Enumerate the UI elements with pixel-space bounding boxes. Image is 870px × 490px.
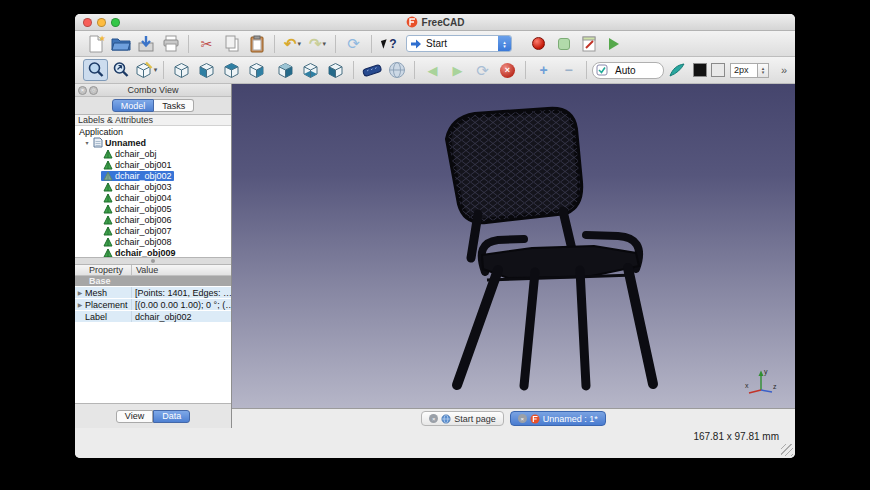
refresh-button[interactable]: ⟳ (341, 33, 366, 55)
view-top-button[interactable] (219, 59, 244, 81)
titlebar[interactable]: FreeCAD (75, 14, 795, 31)
view-isometric-button[interactable] (169, 59, 194, 81)
expander-icon[interactable]: ▶ (75, 299, 85, 310)
view-right-button[interactable] (244, 59, 269, 81)
view-rear-button[interactable] (273, 59, 298, 81)
tab-close-icon[interactable]: × (429, 414, 438, 423)
toolbar-overflow-button[interactable]: » (781, 65, 787, 76)
fit-all-button[interactable] (83, 59, 108, 81)
workbench-icon (410, 38, 422, 50)
tab-tasks[interactable]: Tasks (154, 99, 194, 112)
tree-item[interactable]: dchair_obj005 (75, 203, 231, 214)
macro-record-button[interactable] (526, 33, 551, 55)
macro-edit-button[interactable] (576, 33, 601, 55)
mesh-icon (103, 182, 113, 192)
mesh-icon (103, 160, 113, 170)
open-website-button[interactable] (384, 59, 409, 81)
line-width-spinbox[interactable]: 2px ▴ ▾ (730, 63, 769, 78)
freehand-pen-button[interactable] (664, 59, 689, 81)
resize-grip[interactable] (781, 444, 793, 456)
nav-forward-button[interactable]: ▶ (445, 59, 470, 81)
view-front-button[interactable] (194, 59, 219, 81)
tab-view[interactable]: View (116, 410, 153, 423)
tree-item[interactable]: dchair_obj004 (75, 192, 231, 203)
tree-item[interactable]: dchair_obj008 (75, 236, 231, 247)
measure-distance-button[interactable] (359, 59, 384, 81)
cut-button[interactable]: ✂ (194, 33, 219, 55)
start-page-globe-icon (441, 414, 451, 424)
tab-close-icon[interactable]: × (518, 414, 527, 423)
disclosure-triangle-icon[interactable]: ▾ (83, 139, 91, 146)
redo-dropdown-icon[interactable]: ▾ (323, 40, 327, 48)
line-color-swatch[interactable] (693, 63, 707, 77)
mdi-tab-unnamed[interactable]: × Unnamed : 1* (510, 411, 606, 426)
sync-icon: ⟳ (476, 63, 489, 78)
workbench-stepper[interactable]: ▴ ▾ (498, 36, 511, 51)
spinner-down-icon: ▾ (503, 44, 506, 48)
zoom-out-button[interactable]: − (556, 59, 581, 81)
property-row-label[interactable]: Label dchair_obj002 (75, 311, 231, 323)
column-value: Value (132, 265, 231, 275)
property-row-mesh[interactable]: ▶ Mesh [Points: 1401, Edges: … (75, 287, 231, 299)
undo-button[interactable]: ↶ ▾ (280, 33, 305, 55)
open-file-button[interactable] (108, 33, 133, 55)
tree-item[interactable]: dchair_obj (75, 148, 231, 159)
line-width-stepper[interactable]: ▴ ▾ (758, 63, 769, 78)
tree-item[interactable]: dchair_obj001 (75, 159, 231, 170)
fit-all-icon (87, 61, 105, 79)
expander-icon[interactable]: ▶ (75, 287, 85, 298)
whats-this-button[interactable]: ? (377, 33, 402, 55)
separator (163, 61, 164, 79)
tree-item[interactable]: dchair_obj009 (75, 247, 231, 258)
mesh-icon (103, 237, 113, 247)
forward-icon: ▶ (453, 64, 463, 77)
view-bottom-button[interactable] (298, 59, 323, 81)
zoom-window-button[interactable] (111, 18, 120, 27)
print-icon (162, 35, 180, 52)
zoom-in-button[interactable]: + (531, 59, 556, 81)
copy-button[interactable] (219, 33, 244, 55)
save-button[interactable] (133, 33, 158, 55)
fill-color-swatch[interactable] (711, 63, 725, 77)
model-tree: Labels & Attributes Application ▾ Unname… (75, 114, 231, 258)
close-window-button[interactable] (83, 18, 92, 27)
stop-loading-button[interactable]: × (495, 59, 520, 81)
tree-root-application[interactable]: Application (75, 126, 231, 137)
panel-close-button[interactable]: × (78, 86, 87, 95)
redo-button[interactable]: ↷ ▾ (305, 33, 330, 55)
back-icon: ◀ (428, 64, 438, 77)
nav-back-button[interactable]: ◀ (420, 59, 445, 81)
print-button[interactable] (158, 33, 183, 55)
view-toolbar: ▾ (75, 57, 795, 84)
tab-model[interactable]: Model (112, 99, 155, 112)
new-file-button[interactable]: ★ (83, 33, 108, 55)
page-refresh-button[interactable]: ⟳ (470, 59, 495, 81)
view-rear-icon (276, 61, 295, 80)
fit-selection-button[interactable] (108, 59, 133, 81)
chair-mesh-model (232, 84, 794, 408)
draw-style-button[interactable]: ▾ (133, 59, 158, 81)
tab-data[interactable]: Data (153, 410, 190, 423)
render-mode-selector[interactable]: Auto (592, 62, 664, 79)
window-title-text: FreeCAD (422, 17, 465, 28)
mdi-tab-start-page[interactable]: × Start page (421, 411, 504, 426)
tree-item-selected[interactable]: dchair_obj002 (75, 170, 231, 181)
tree-item[interactable]: dchair_obj003 (75, 181, 231, 192)
property-row-placement[interactable]: ▶ Placement [(0.00 0.00 1.00); 0 °; (… (75, 299, 231, 311)
3d-viewport[interactable]: y x z (232, 84, 795, 408)
undo-dropdown-icon[interactable]: ▾ (298, 40, 302, 48)
tree-item[interactable]: dchair_obj007 (75, 225, 231, 236)
minimize-window-button[interactable] (97, 18, 106, 27)
draw-style-dropdown-icon[interactable]: ▾ (154, 66, 158, 74)
property-value: dchair_obj002 (132, 311, 231, 322)
macro-stop-button[interactable] (551, 33, 576, 55)
property-name: Mesh (85, 287, 132, 298)
tree-document-unnamed[interactable]: ▾ Unnamed (75, 137, 231, 148)
view-left-button[interactable] (323, 59, 348, 81)
tree-item[interactable]: dchair_obj006 (75, 214, 231, 225)
panel-float-button[interactable]: ○ (89, 86, 98, 95)
paste-button[interactable] (244, 33, 269, 55)
workbench-selector[interactable]: Start ▴ ▾ (406, 35, 512, 52)
macro-execute-button[interactable] (601, 33, 626, 55)
property-group-base[interactable]: Base (75, 276, 231, 287)
